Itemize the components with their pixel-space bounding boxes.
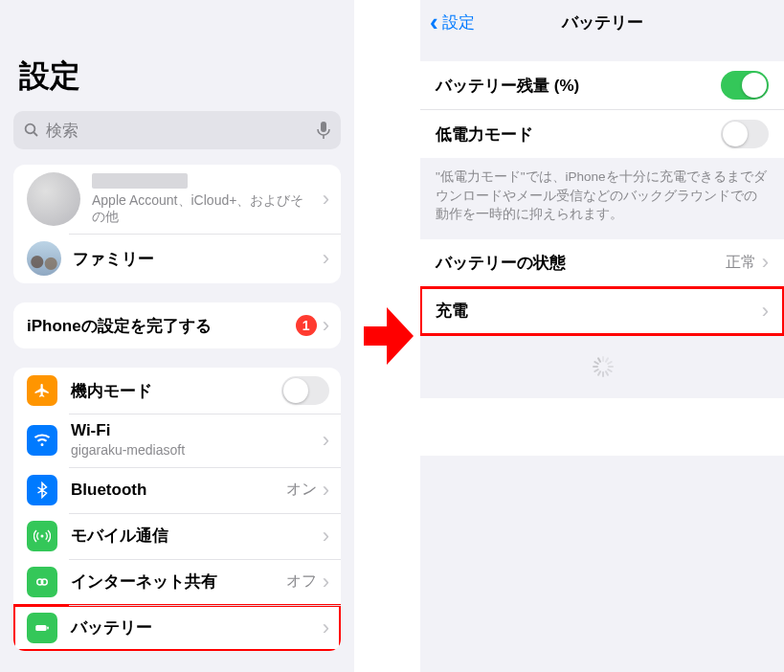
row-label: バッテリーの状態 [436, 252, 718, 274]
row-sub: gigaraku-mediasoft [71, 442, 317, 459]
svg-rect-7 [35, 625, 46, 631]
row-value: オフ [286, 571, 317, 592]
svg-rect-8 [47, 626, 49, 629]
account-sub: Apple Account、iCloud+、およびその他 [92, 192, 317, 226]
nav-bar: ‹ 設定 バッテリー [420, 0, 784, 44]
chevron-right-icon: › [323, 526, 329, 547]
search-input[interactable]: 検索 [13, 111, 341, 149]
row-value: 正常 [726, 253, 756, 273]
settings-row-battery[interactable]: バッテリー› [13, 605, 341, 651]
row-label: バッテリー [71, 616, 317, 638]
family-avatar [27, 241, 61, 276]
battery-row[interactable]: バッテリーの状態正常› [420, 239, 784, 287]
arrow-right-icon [364, 307, 412, 365]
chevron-right-icon: › [323, 571, 329, 593]
cellular-icon [27, 521, 57, 551]
nav-title: バッテリー [420, 11, 784, 34]
settings-row-airplane[interactable]: 機内モード [13, 368, 341, 414]
toggle[interactable] [721, 120, 769, 148]
account-text: Apple Account、iCloud+、およびその他 [92, 173, 317, 226]
chevron-right-icon: › [323, 315, 329, 336]
battery-row[interactable]: バッテリー残量 (%) [420, 61, 784, 110]
chevron-right-icon: › [323, 617, 329, 638]
complete-setup-label: iPhoneの設定を完了する [27, 315, 290, 337]
account-group: Apple Account、iCloud+、およびその他 › ファミリー › [13, 165, 341, 283]
row-label: 低電力モード [436, 123, 721, 146]
family-label: ファミリー [73, 248, 317, 270]
svg-line-1 [34, 132, 37, 136]
chevron-right-icon: › [762, 252, 769, 273]
row-label: インターネット共有 [71, 571, 279, 593]
svg-point-4 [41, 534, 44, 537]
chevron-left-icon: ‹ [430, 10, 438, 34]
empty-group [420, 398, 784, 456]
row-label: モバイル通信 [71, 525, 317, 547]
airplane-icon [27, 375, 57, 406]
svg-rect-2 [321, 122, 326, 132]
row-label: バッテリー残量 (%) [436, 75, 721, 97]
settings-row-hotspot[interactable]: インターネット共有オフ› [13, 559, 341, 605]
search-placeholder: 検索 [46, 120, 316, 142]
apple-account-row[interactable]: Apple Account、iCloud+、およびその他 › [13, 165, 341, 234]
battery-toggles-group: バッテリー残量 (%)低電力モード [420, 61, 784, 158]
chevron-right-icon: › [323, 430, 329, 451]
bluetooth-icon [27, 475, 57, 505]
chevron-right-icon: › [323, 480, 329, 501]
transition-arrow [354, 0, 420, 672]
toggle[interactable] [721, 71, 769, 100]
complete-setup-row[interactable]: iPhoneの設定を完了する 1 › [13, 302, 341, 348]
chevron-right-icon: › [762, 301, 769, 322]
chevron-right-icon: › [323, 248, 329, 269]
family-row[interactable]: ファミリー › [13, 234, 341, 283]
loading-spinner [592, 356, 613, 377]
hotspot-icon [27, 567, 57, 597]
row-label: 充電 [436, 300, 756, 322]
mic-icon[interactable] [316, 121, 331, 140]
search-icon [23, 122, 40, 139]
chevron-right-icon: › [323, 189, 329, 210]
settings-row-cellular[interactable]: モバイル通信› [13, 513, 341, 559]
battery-icon [27, 613, 57, 643]
svg-point-0 [26, 124, 35, 134]
settings-root-screen: 設定 検索 Apple Account、iCloud+、およびその他 › ファミ… [0, 0, 354, 672]
row-value: オン [286, 480, 317, 500]
avatar [27, 172, 80, 226]
back-button[interactable]: ‹ 設定 [430, 10, 475, 34]
battery-settings-screen: ‹ 設定 バッテリー バッテリー残量 (%)低電力モード "低電力モード"では、… [420, 0, 784, 672]
battery-row[interactable]: 低電力モード [420, 110, 784, 158]
row-label: Bluetooth [71, 481, 279, 500]
battery-row[interactable]: 充電› [420, 287, 784, 335]
redacted-name [92, 173, 188, 189]
toggle[interactable] [281, 376, 329, 405]
low-power-note: "低電力モード"では、iPhoneを十分に充電できるまでダウンロードやメール受信… [420, 158, 784, 239]
settings-row-bluetooth[interactable]: Bluetoothオン› [13, 467, 341, 513]
connectivity-group: 機内モードWi-Figigaraku-mediasoft›Bluetoothオン… [13, 368, 341, 651]
back-label: 設定 [442, 11, 475, 34]
notification-badge: 1 [296, 315, 317, 336]
settings-row-wifi[interactable]: Wi-Figigaraku-mediasoft› [13, 414, 341, 467]
page-title: 設定 [0, 48, 354, 111]
row-label: Wi-Fi [71, 421, 317, 440]
row-label: 機内モード [71, 380, 281, 402]
complete-setup-group: iPhoneの設定を完了する 1 › [13, 302, 341, 348]
battery-detail-group: バッテリーの状態正常›充電› [420, 239, 784, 335]
wifi-icon [27, 425, 57, 456]
